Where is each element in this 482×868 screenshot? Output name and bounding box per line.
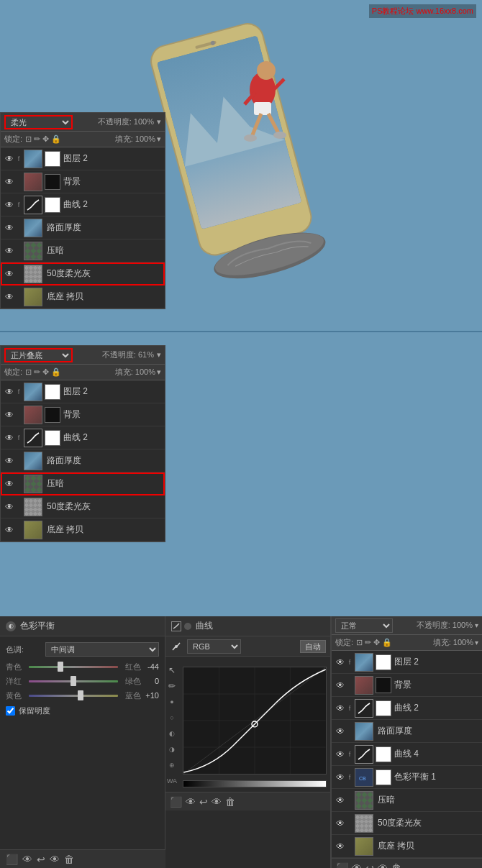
layer-row-top-3[interactable]: 👁 f 曲线 2 [1, 193, 165, 216]
eye-bot-4[interactable]: 👁 [4, 455, 15, 467]
r-link-6[interactable]: f [346, 772, 353, 783]
curves-btn-2[interactable]: 👁 [186, 796, 196, 808]
eye-bot-2[interactable]: 👁 [4, 409, 15, 421]
slider-cr-thumb[interactable] [58, 662, 63, 672]
r-layer-6[interactable]: 👁 f CB 色彩平衡 1 [332, 766, 482, 789]
r-layer-8[interactable]: 👁 50度柔光灰 [332, 812, 482, 835]
r-link-3[interactable]: f [346, 703, 353, 714]
eye-icon-7[interactable]: 👁 [4, 291, 15, 303]
r-eye-7[interactable]: 👁 [335, 795, 346, 806]
right-move-icon[interactable]: ✥ [373, 638, 380, 647]
r-link-1[interactable]: f [346, 657, 353, 668]
curves-auto-btn[interactable]: 自动 [300, 640, 326, 653]
curve-tool-dark[interactable]: ○ [165, 711, 178, 724]
r-eye-2[interactable]: 👁 [335, 680, 346, 691]
layer-row-top-2[interactable]: 👁 背景 [1, 170, 165, 193]
layer-row-bot-6[interactable]: 👁 50度柔光灰 [1, 495, 165, 518]
r-btn-5[interactable]: 🗑 [391, 862, 401, 869]
fill-arrow-top[interactable]: ▾ [157, 134, 161, 144]
r-layer-1[interactable]: 👁 f 图层 2 [332, 651, 482, 674]
curves-btn-4[interactable]: 👁 [212, 796, 222, 808]
curve-tool-mid[interactable]: ◐ [165, 727, 178, 740]
r-btn-3[interactable]: ↩ [365, 862, 374, 869]
curves-btn-5[interactable]: 🗑 [225, 796, 235, 808]
layer-row-bot-7[interactable]: 👁 底座 拷贝 [1, 518, 165, 542]
curve-tool-pencil[interactable]: ✏ [165, 680, 178, 693]
cb-tone-select[interactable]: 中间调 阴影 高光 [45, 642, 159, 657]
eye-bot-1[interactable]: 👁 [4, 386, 15, 398]
cb-preserve-checkbox[interactable] [6, 706, 15, 716]
right-shield-icon[interactable]: 🔒 [382, 638, 392, 647]
opacity-arrow-top[interactable]: ▾ [157, 117, 161, 127]
eye-bot-3[interactable]: 👁 [4, 432, 15, 444]
layer-row-bot-4[interactable]: 👁 路面厚度 [1, 449, 165, 472]
eye-icon-4[interactable]: 👁 [4, 222, 15, 234]
layer-row-top-7[interactable]: 👁 底座 拷贝 [1, 285, 165, 309]
curves-channel-select[interactable]: RGB 红 绿 蓝 [187, 639, 241, 654]
right-blend-select[interactable]: 正常 [335, 618, 393, 633]
link-icon-3[interactable]: f [15, 199, 22, 211]
layer-row-bot-5[interactable]: 👁 压暗 [1, 472, 165, 495]
blend-mode-select-bottom[interactable]: 正片叠底 正常 柔光 [4, 348, 73, 362]
slider-yb-thumb[interactable] [78, 690, 83, 700]
curves-btn-1[interactable]: ⬛ [170, 796, 182, 808]
r-eye-1[interactable]: 👁 [335, 657, 346, 668]
fill-arrow-bottom[interactable]: ▾ [157, 367, 161, 377]
curve-tool-wa[interactable]: WA [165, 775, 178, 787]
layer-row-top-1[interactable]: 👁 f 图层 2 [1, 147, 165, 170]
right-lock-icon[interactable]: ⊡ [356, 638, 363, 647]
r-eye-4[interactable]: 👁 [335, 726, 346, 737]
opacity-arrow-bottom[interactable]: ▾ [157, 350, 161, 360]
r-layer-2[interactable]: 👁 背景 [332, 674, 482, 697]
layer-row-bot-3[interactable]: 👁 f 曲线 2 [1, 426, 165, 449]
layer-row-bot-1[interactable]: 👁 f 图层 2 [1, 380, 165, 403]
shield-icon-top[interactable]: 🔒 [51, 134, 61, 144]
curves-btn-3[interactable]: ↩ [199, 796, 208, 808]
eye-bot-7[interactable]: 👁 [4, 524, 15, 536]
shield-icon-bottom[interactable]: 🔒 [51, 367, 61, 377]
right-fill-arrow[interactable]: ▾ [475, 639, 478, 647]
curve-tool-pointer[interactable]: ↖ [165, 664, 178, 677]
curve-tool-sample[interactable]: ⊕ [165, 759, 178, 772]
r-layer-3[interactable]: 👁 f 曲线 2 [332, 697, 482, 720]
curve-tool-light[interactable]: ◑ [165, 743, 178, 756]
blend-mode-select-top[interactable]: 柔光 正常 正片叠底 [4, 115, 73, 129]
link-icon-1[interactable]: f [15, 153, 22, 165]
r-btn-4[interactable]: 👁 [378, 862, 388, 869]
r-btn-1[interactable]: ⬛ [336, 862, 348, 869]
brush-icon-bottom[interactable]: ✏ [34, 367, 40, 377]
link-bot-3[interactable]: f [15, 432, 22, 444]
eye-icon-3[interactable]: 👁 [4, 199, 15, 211]
eye-icon-2[interactable]: 👁 [4, 176, 15, 188]
eye-bot-5[interactable]: 👁 [4, 478, 15, 490]
r-eye-8[interactable]: 👁 [335, 818, 346, 829]
layer-row-top-4[interactable]: 👁 路面厚度 [1, 216, 165, 239]
move-icon-bottom[interactable]: ✥ [42, 367, 49, 377]
move-icon-top[interactable]: ✥ [42, 134, 49, 144]
r-eye-9[interactable]: 👁 [335, 841, 346, 852]
cb-tool-4[interactable]: 👁 [50, 854, 60, 865]
cb-tool-5[interactable]: 🗑 [64, 854, 74, 865]
slider-mg-thumb[interactable] [71, 676, 76, 686]
right-brush-icon[interactable]: ✏ [365, 638, 371, 647]
eye-icon-1[interactable]: 👁 [4, 153, 15, 165]
curves-pencil-icon[interactable] [170, 640, 183, 653]
lock-icon-top[interactable]: ⊡ [25, 134, 32, 144]
cb-tool-2[interactable]: 👁 [22, 854, 32, 865]
r-layer-5[interactable]: 👁 f 曲线 4 [332, 743, 482, 766]
eye-icon-5[interactable]: 👁 [4, 245, 15, 257]
brush-icon-top[interactable]: ✏ [34, 134, 40, 144]
layer-row-top-5[interactable]: 👁 压暗 [1, 239, 165, 262]
link-bot-1[interactable]: f [15, 386, 22, 398]
r-eye-3[interactable]: 👁 [335, 703, 346, 714]
layer-row-bot-2[interactable]: 👁 背景 [1, 403, 165, 426]
eye-icon-6[interactable]: 👁 [4, 268, 15, 280]
r-layer-4[interactable]: 👁 路面厚度 [332, 720, 482, 743]
eye-bot-6[interactable]: 👁 [4, 501, 15, 513]
cb-tool-3[interactable]: ↩ [37, 854, 45, 865]
curve-tool-eye[interactable]: ● [165, 695, 178, 708]
layer-row-top-6[interactable]: 👁 50度柔光灰 [1, 262, 165, 285]
r-btn-2[interactable]: 👁 [352, 862, 362, 869]
lock-icon-bottom[interactable]: ⊡ [25, 367, 32, 377]
r-layer-7[interactable]: 👁 压暗 [332, 789, 482, 812]
